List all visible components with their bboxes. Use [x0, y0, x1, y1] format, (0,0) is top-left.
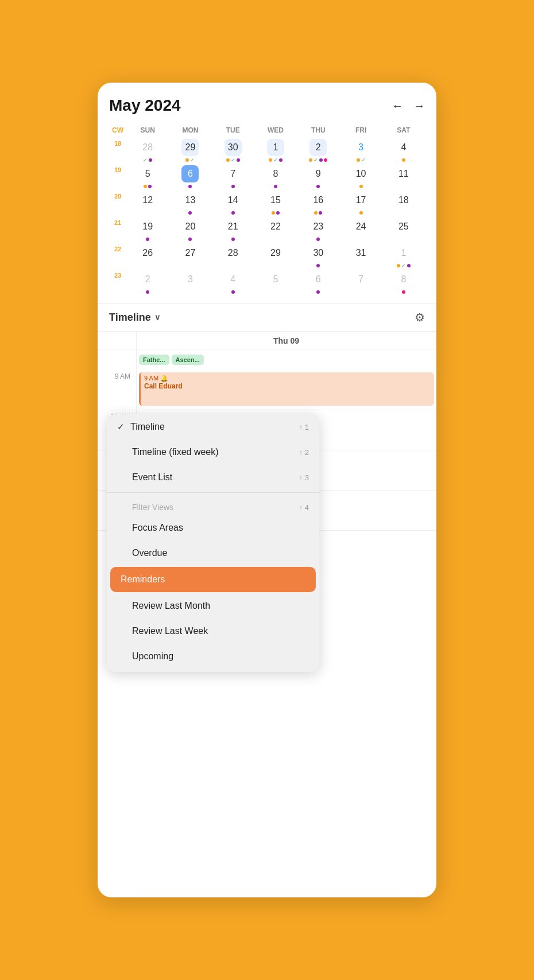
- day-20[interactable]: 20: [169, 217, 211, 243]
- day-8-jun[interactable]: 8: [382, 270, 425, 296]
- day-29-may[interactable]: 29: [254, 243, 297, 270]
- cw-header: CW: [109, 125, 126, 135]
- dropdown-divider-1: [107, 492, 319, 493]
- day-16[interactable]: 16: [297, 190, 339, 217]
- dropdown-focus-areas[interactable]: Focus Areas: [107, 515, 319, 540]
- day-3-jun[interactable]: 3: [169, 270, 211, 296]
- week-21: 21 19 20 21 22 23 24 25: [109, 217, 425, 243]
- day-2[interactable]: 2✓: [297, 138, 339, 164]
- day-columns-header: Thu 09: [137, 332, 436, 349]
- sat-header: SAT: [382, 125, 425, 135]
- dropdown-timeline[interactable]: ✓ Timeline ↑ 1: [107, 414, 319, 440]
- dropdown-filter-views-label: Filter Views: [132, 503, 173, 512]
- dropdown-review-last-week[interactable]: Review Last Week: [107, 619, 319, 644]
- timeline-bar: Timeline ∨ ⚙: [98, 303, 436, 332]
- dropdown-timeline-fixed[interactable]: Timeline (fixed week) ↑ 2: [107, 440, 319, 465]
- dropdown-event-list-shortcut: ↑ 3: [299, 473, 309, 482]
- dropdown-event-list-label: Event List: [132, 472, 172, 483]
- day-29[interactable]: 29✓: [169, 138, 211, 164]
- day-12[interactable]: 12: [126, 190, 169, 217]
- day-9[interactable]: 9: [297, 164, 339, 190]
- slot-9am: 9 AM 🔔 Call Eduard: [137, 370, 436, 410]
- nav-buttons: ← →: [392, 99, 425, 112]
- dropdown-review-last-month[interactable]: Review Last Month: [107, 593, 319, 619]
- day-30[interactable]: 30✓: [212, 138, 254, 164]
- week-23: 23 2 3 4 5 6 7 8: [109, 270, 425, 296]
- day-30-may[interactable]: 30: [297, 243, 339, 270]
- day-6[interactable]: 6: [169, 164, 211, 190]
- cw-18: 18: [109, 138, 126, 164]
- day-11[interactable]: 11: [382, 164, 425, 190]
- day-19[interactable]: 19: [126, 217, 169, 243]
- settings-icon[interactable]: ⚙: [415, 310, 425, 324]
- day-28[interactable]: 28: [212, 243, 254, 270]
- check-icon: ✓: [117, 422, 125, 432]
- dropdown-reminders[interactable]: Reminders: [110, 567, 316, 592]
- day-13[interactable]: 13: [169, 190, 211, 217]
- day-2-jun[interactable]: 2: [126, 270, 169, 296]
- sun-header: SUN: [126, 125, 169, 135]
- day-7-jun[interactable]: 7: [339, 270, 382, 296]
- dropdown-filter-shortcut: ↑ 4: [299, 503, 309, 512]
- day-5[interactable]: 5: [126, 164, 169, 190]
- chevron-down-icon: ∨: [154, 313, 160, 322]
- day-31[interactable]: 31: [339, 243, 382, 270]
- day-6-jun[interactable]: 6: [297, 270, 339, 296]
- day-17[interactable]: 17: [339, 190, 382, 217]
- arrow-up-icon: ↑: [299, 423, 303, 430]
- dropdown-event-list[interactable]: Event List ↑ 3: [107, 465, 319, 490]
- day-4-jun[interactable]: 4: [212, 270, 254, 296]
- day-1[interactable]: 1✓: [254, 138, 297, 164]
- day-27[interactable]: 27: [169, 243, 211, 270]
- dropdown-reminders-label: Reminders: [121, 574, 165, 585]
- day-7[interactable]: 7: [212, 164, 254, 190]
- day-28-apr[interactable]: 28✓: [126, 138, 169, 164]
- tue-header: TUE: [212, 125, 254, 135]
- event-title: Call Eduard: [144, 382, 431, 390]
- thu-header: THU: [297, 125, 339, 135]
- day-3[interactable]: 3✓: [339, 138, 382, 164]
- day-26[interactable]: 26: [126, 243, 169, 270]
- phone-card: May 2024 ← → CW SUN MON TUE WED THU FRI …: [98, 83, 436, 897]
- arrow-up-icon-3: ↑: [299, 474, 303, 481]
- dropdown-review-last-week-label: Review Last Week: [132, 626, 208, 636]
- thu-09-header: Thu 09: [137, 332, 436, 349]
- thu-09-label: Thu 09: [137, 336, 436, 345]
- week-22: 22 26 27 28 29 30 31 1✓: [109, 243, 425, 270]
- ascen-event[interactable]: Ascen...: [172, 355, 204, 365]
- fri-header: FRI: [339, 125, 382, 135]
- dropdown-upcoming[interactable]: Upcoming: [107, 644, 319, 672]
- father-event[interactable]: Fathe...: [139, 355, 169, 365]
- day-24[interactable]: 24: [339, 217, 382, 243]
- day-5-jun[interactable]: 5: [254, 270, 297, 296]
- arrow-up-icon-2: ↑: [299, 449, 303, 456]
- day-14[interactable]: 14: [212, 190, 254, 217]
- schedule-header-row: Thu 09: [98, 332, 436, 349]
- dropdown-timeline-fixed-shortcut: ↑ 2: [299, 448, 309, 457]
- week-18: 18 28✓ 29✓ 30✓ 1✓ 2✓ 3✓ 4: [109, 138, 425, 164]
- cw-22: 22: [109, 243, 126, 270]
- day-15[interactable]: 15: [254, 190, 297, 217]
- day-18[interactable]: 18: [382, 190, 425, 217]
- calendar-title: May 2024: [109, 96, 181, 115]
- timeline-dropdown-trigger[interactable]: Timeline ∨: [109, 312, 160, 324]
- dropdown-timeline-fixed-label: Timeline (fixed week): [132, 447, 219, 457]
- week-20: 20 12 13 14 15 16 17 18: [109, 190, 425, 217]
- day-4[interactable]: 4: [382, 138, 425, 164]
- timeline-label-text: Timeline: [109, 312, 151, 324]
- day-22[interactable]: 22: [254, 217, 297, 243]
- day-21[interactable]: 21: [212, 217, 254, 243]
- next-month-button[interactable]: →: [413, 99, 425, 112]
- day-10[interactable]: 10: [339, 164, 382, 190]
- day-25[interactable]: 25: [382, 217, 425, 243]
- prev-month-button[interactable]: ←: [392, 99, 403, 112]
- event-time-label: 9 AM 🔔: [144, 375, 431, 382]
- week-19: 19 5 6 7 8 9 10 11: [109, 164, 425, 190]
- day-1-jun[interactable]: 1✓: [382, 243, 425, 270]
- call-eduard-event[interactable]: 9 AM 🔔 Call Eduard: [139, 372, 434, 406]
- day-8[interactable]: 8: [254, 164, 297, 190]
- day-23[interactable]: 23: [297, 217, 339, 243]
- dropdown-upcoming-label: Upcoming: [132, 651, 173, 662]
- cw-23: 23: [109, 270, 126, 296]
- dropdown-overdue[interactable]: Overdue: [107, 540, 319, 566]
